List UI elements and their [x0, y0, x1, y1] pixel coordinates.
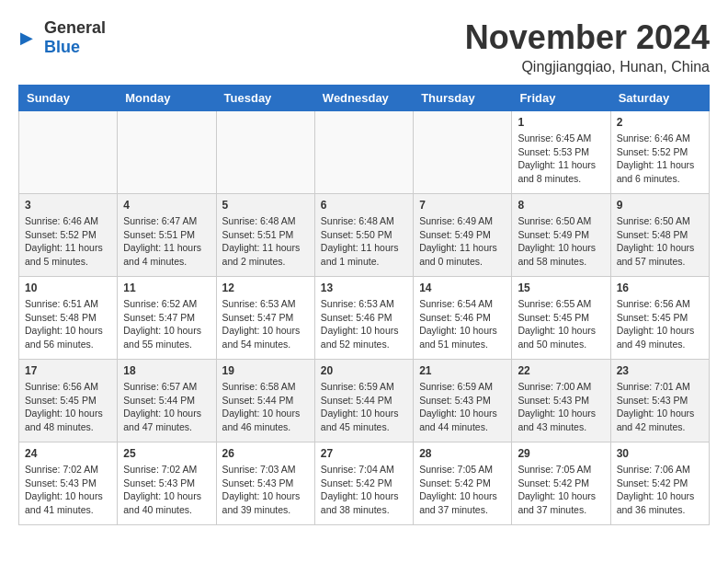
day-info: Sunrise: 6:50 AM Sunset: 5:49 PM Dayligh…: [518, 214, 604, 269]
day-info: Sunrise: 7:02 AM Sunset: 5:43 PM Dayligh…: [123, 463, 210, 517]
calendar-cell: 22Sunrise: 7:00 AM Sunset: 5:43 PM Dayli…: [512, 360, 610, 442]
calendar-week-row: 1Sunrise: 6:45 AM Sunset: 5:53 PM Daylig…: [19, 111, 710, 194]
day-number: 29: [518, 447, 604, 460]
day-number: 30: [617, 447, 703, 460]
day-info: Sunrise: 6:58 AM Sunset: 5:44 PM Dayligh…: [222, 380, 309, 434]
calendar-cell: 6Sunrise: 6:48 AM Sunset: 5:50 PM Daylig…: [314, 194, 413, 277]
day-info: Sunrise: 7:05 AM Sunset: 5:42 PM Dayligh…: [518, 463, 604, 517]
day-number: 6: [321, 199, 407, 212]
calendar-header-thursday: Thursday: [414, 86, 512, 111]
calendar-week-row: 17Sunrise: 6:56 AM Sunset: 5:45 PM Dayli…: [19, 360, 710, 442]
day-info: Sunrise: 6:59 AM Sunset: 5:44 PM Dayligh…: [321, 380, 407, 434]
logo-icon: ▶: [18, 27, 40, 49]
day-number: 12: [222, 282, 309, 294]
day-info: Sunrise: 7:03 AM Sunset: 5:43 PM Dayligh…: [222, 463, 309, 517]
calendar-cell: 20Sunrise: 6:59 AM Sunset: 5:44 PM Dayli…: [314, 360, 413, 442]
day-info: Sunrise: 6:53 AM Sunset: 5:46 PM Dayligh…: [321, 297, 407, 351]
calendar-cell: 11Sunrise: 6:52 AM Sunset: 5:47 PM Dayli…: [118, 277, 216, 360]
day-info: Sunrise: 6:47 AM Sunset: 5:51 PM Dayligh…: [123, 214, 210, 269]
day-number: 20: [321, 364, 407, 377]
day-info: Sunrise: 7:02 AM Sunset: 5:43 PM Dayligh…: [25, 463, 111, 517]
day-info: Sunrise: 6:46 AM Sunset: 5:52 PM Dayligh…: [617, 132, 703, 186]
calendar-cell: 4Sunrise: 6:47 AM Sunset: 5:51 PM Daylig…: [118, 194, 216, 277]
day-info: Sunrise: 6:54 AM Sunset: 5:46 PM Dayligh…: [419, 297, 506, 351]
calendar-header-row: SundayMondayTuesdayWednesdayThursdayFrid…: [19, 86, 710, 111]
calendar-cell: [314, 111, 413, 194]
day-number: 21: [419, 364, 506, 377]
day-number: 19: [222, 364, 309, 377]
day-number: 28: [419, 447, 506, 460]
calendar-cell: [216, 111, 314, 194]
day-info: Sunrise: 7:04 AM Sunset: 5:42 PM Dayligh…: [321, 463, 407, 517]
day-info: Sunrise: 7:06 AM Sunset: 5:42 PM Dayligh…: [617, 463, 703, 517]
day-number: 1: [518, 116, 604, 129]
calendar-cell: 5Sunrise: 6:48 AM Sunset: 5:51 PM Daylig…: [216, 194, 314, 277]
day-info: Sunrise: 6:45 AM Sunset: 5:53 PM Dayligh…: [518, 132, 604, 186]
day-number: 15: [518, 282, 604, 294]
calendar-cell: 28Sunrise: 7:05 AM Sunset: 5:42 PM Dayli…: [414, 442, 512, 525]
day-number: 4: [123, 199, 210, 212]
calendar-cell: [118, 111, 216, 194]
location-title: Qingjiangqiao, Hunan, China: [465, 59, 710, 75]
calendar-header-tuesday: Tuesday: [216, 86, 314, 111]
day-info: Sunrise: 6:56 AM Sunset: 5:45 PM Dayligh…: [25, 380, 111, 434]
day-number: 8: [518, 199, 604, 212]
calendar-cell: 1Sunrise: 6:45 AM Sunset: 5:53 PM Daylig…: [512, 111, 610, 194]
calendar-cell: 23Sunrise: 7:01 AM Sunset: 5:43 PM Dayli…: [610, 360, 709, 442]
calendar-week-row: 10Sunrise: 6:51 AM Sunset: 5:48 PM Dayli…: [19, 277, 710, 360]
day-number: 23: [617, 364, 703, 377]
day-number: 16: [617, 282, 703, 294]
calendar-cell: 3Sunrise: 6:46 AM Sunset: 5:52 PM Daylig…: [19, 194, 118, 277]
logo: ▶ General Blue: [18, 18, 106, 57]
month-title: November 2024: [465, 18, 710, 57]
calendar-cell: 29Sunrise: 7:05 AM Sunset: 5:42 PM Dayli…: [512, 442, 610, 525]
day-info: Sunrise: 6:48 AM Sunset: 5:50 PM Dayligh…: [321, 214, 407, 269]
day-number: 26: [222, 447, 309, 460]
day-number: 18: [123, 364, 210, 377]
day-info: Sunrise: 6:46 AM Sunset: 5:52 PM Dayligh…: [25, 214, 111, 269]
calendar-header-sunday: Sunday: [19, 86, 118, 111]
calendar-cell: 24Sunrise: 7:02 AM Sunset: 5:43 PM Dayli…: [19, 442, 118, 525]
day-info: Sunrise: 6:50 AM Sunset: 5:48 PM Dayligh…: [617, 214, 703, 269]
calendar-cell: 14Sunrise: 6:54 AM Sunset: 5:46 PM Dayli…: [414, 277, 512, 360]
day-number: 10: [25, 282, 111, 294]
calendar-header-monday: Monday: [118, 86, 216, 111]
calendar-header-saturday: Saturday: [610, 86, 709, 111]
calendar-cell: 17Sunrise: 6:56 AM Sunset: 5:45 PM Dayli…: [19, 360, 118, 442]
logo-blue: Blue: [44, 38, 80, 56]
calendar-week-row: 24Sunrise: 7:02 AM Sunset: 5:43 PM Dayli…: [19, 442, 710, 525]
title-area: November 2024 Qingjiangqiao, Hunan, Chin…: [465, 18, 710, 75]
calendar-cell: 27Sunrise: 7:04 AM Sunset: 5:42 PM Dayli…: [314, 442, 413, 525]
day-info: Sunrise: 6:59 AM Sunset: 5:43 PM Dayligh…: [419, 380, 506, 434]
calendar-cell: 8Sunrise: 6:50 AM Sunset: 5:49 PM Daylig…: [512, 194, 610, 277]
calendar-cell: 12Sunrise: 6:53 AM Sunset: 5:47 PM Dayli…: [216, 277, 314, 360]
day-number: 25: [123, 447, 210, 460]
day-info: Sunrise: 6:48 AM Sunset: 5:51 PM Dayligh…: [222, 214, 309, 269]
calendar-cell: 18Sunrise: 6:57 AM Sunset: 5:44 PM Dayli…: [118, 360, 216, 442]
calendar-cell: 21Sunrise: 6:59 AM Sunset: 5:43 PM Dayli…: [414, 360, 512, 442]
day-number: 2: [617, 116, 703, 129]
day-number: 22: [518, 364, 604, 377]
day-info: Sunrise: 6:55 AM Sunset: 5:45 PM Dayligh…: [518, 297, 604, 351]
day-info: Sunrise: 7:05 AM Sunset: 5:42 PM Dayligh…: [419, 463, 506, 517]
day-info: Sunrise: 6:52 AM Sunset: 5:47 PM Dayligh…: [123, 297, 210, 351]
day-info: Sunrise: 7:00 AM Sunset: 5:43 PM Dayligh…: [518, 380, 604, 434]
calendar-cell: 16Sunrise: 6:56 AM Sunset: 5:45 PM Dayli…: [610, 277, 709, 360]
day-number: 11: [123, 282, 210, 294]
day-number: 27: [321, 447, 407, 460]
calendar-cell: 25Sunrise: 7:02 AM Sunset: 5:43 PM Dayli…: [118, 442, 216, 525]
svg-text:▶: ▶: [20, 29, 33, 47]
day-info: Sunrise: 6:57 AM Sunset: 5:44 PM Dayligh…: [123, 380, 210, 434]
calendar-cell: 9Sunrise: 6:50 AM Sunset: 5:48 PM Daylig…: [610, 194, 709, 277]
calendar-table: SundayMondayTuesdayWednesdayThursdayFrid…: [18, 85, 710, 525]
calendar-cell: 15Sunrise: 6:55 AM Sunset: 5:45 PM Dayli…: [512, 277, 610, 360]
day-number: 17: [25, 364, 111, 377]
day-number: 13: [321, 282, 407, 294]
calendar-cell: 2Sunrise: 6:46 AM Sunset: 5:52 PM Daylig…: [610, 111, 709, 194]
day-info: Sunrise: 6:56 AM Sunset: 5:45 PM Dayligh…: [617, 297, 703, 351]
day-info: Sunrise: 6:49 AM Sunset: 5:49 PM Dayligh…: [419, 214, 506, 269]
day-info: Sunrise: 7:01 AM Sunset: 5:43 PM Dayligh…: [617, 380, 703, 434]
day-number: 9: [617, 199, 703, 212]
calendar-cell: 7Sunrise: 6:49 AM Sunset: 5:49 PM Daylig…: [414, 194, 512, 277]
calendar-cell: [19, 111, 118, 194]
